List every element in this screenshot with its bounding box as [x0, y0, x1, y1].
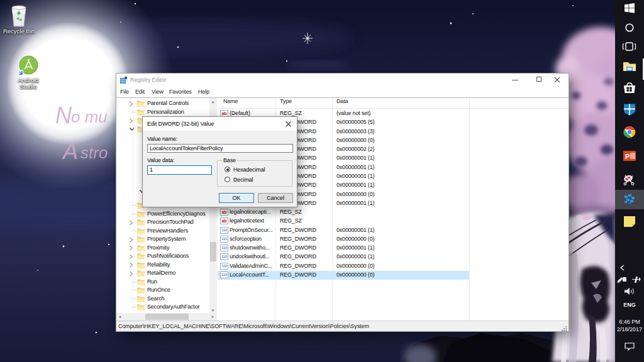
svg-text:o mu: o mu [71, 107, 108, 126]
svg-text:P: P [625, 153, 630, 160]
svg-text:N: N [55, 102, 72, 128]
svg-text:A: A [62, 138, 78, 164]
svg-text:stro: stro [80, 143, 108, 162]
